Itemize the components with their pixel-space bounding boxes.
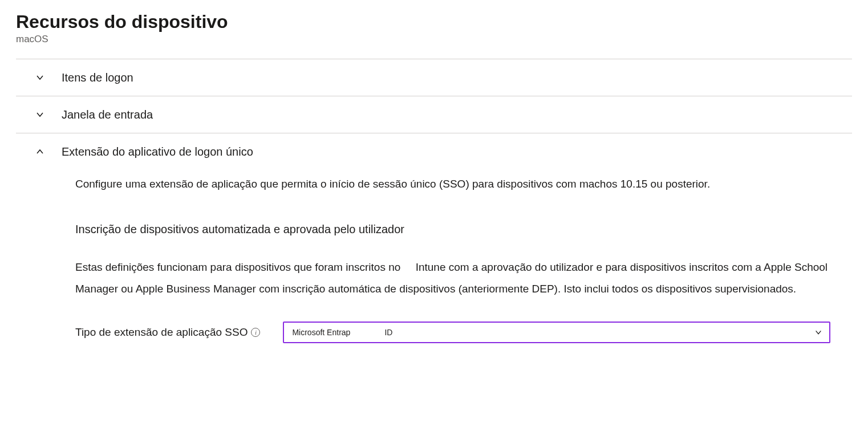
chevron-down-icon xyxy=(33,71,47,84)
section-sso-extension-body: Configure uma extensão de aplicação que … xyxy=(16,170,852,343)
sso-description: Estas definições funcionam para disposit… xyxy=(75,257,852,300)
sso-type-label-wrap: Tipo de extensão de aplicação SSO i xyxy=(75,324,260,341)
section-login-window-label: Janela de entrada xyxy=(62,108,153,121)
page-subtitle: macOS xyxy=(16,34,852,45)
sso-type-label: Tipo de extensão de aplicação SSO xyxy=(75,324,248,341)
chevron-down-icon xyxy=(813,327,824,337)
sso-type-row: Tipo de extensão de aplicação SSO i Micr… xyxy=(75,322,852,343)
section-sso-extension[interactable]: Extensão do aplicativo de logon único xyxy=(16,133,852,170)
info-icon[interactable]: i xyxy=(251,328,260,337)
chevron-up-icon xyxy=(33,145,47,158)
chevron-down-icon xyxy=(33,108,47,121)
page-title: Recursos do dispositivo xyxy=(16,11,852,32)
sso-intro-text: Configure uma extensão de aplicação que … xyxy=(75,176,852,193)
section-login-items-label: Itens de logon xyxy=(62,71,133,84)
section-login-items[interactable]: Itens de logon xyxy=(16,59,852,96)
sso-subheading: Inscrição de dispositivos automatizada e… xyxy=(75,220,852,238)
sections-container: Itens de logon Janela de entrada Extensã… xyxy=(16,59,852,343)
section-login-window[interactable]: Janela de entrada xyxy=(16,96,852,133)
sso-type-select[interactable]: Microsoft EntrapID xyxy=(283,322,830,343)
section-sso-extension-label: Extensão do aplicativo de logon único xyxy=(62,145,253,158)
sso-type-select-value: Microsoft EntrapID xyxy=(292,326,392,339)
